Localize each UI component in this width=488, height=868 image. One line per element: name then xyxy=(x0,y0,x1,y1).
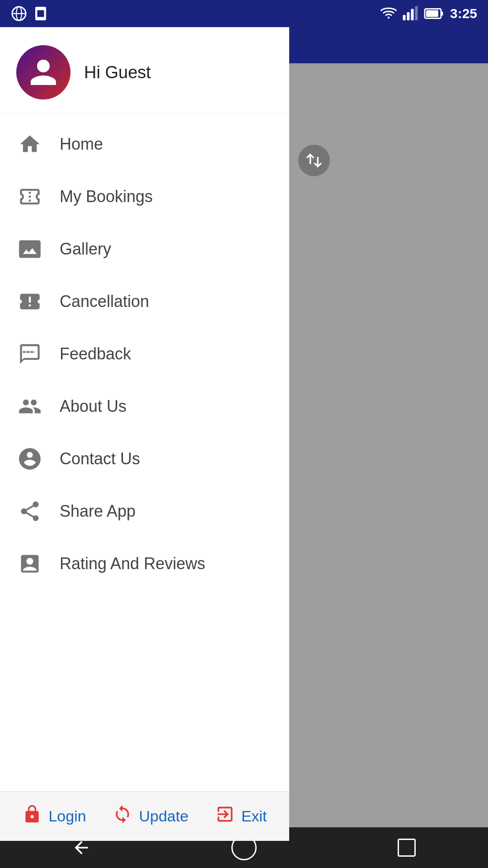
sidebar-item-feedback[interactable]: Feedback xyxy=(0,328,289,380)
signal-icon xyxy=(402,5,418,22)
exit-action[interactable]: Exit xyxy=(215,804,267,829)
about-icon xyxy=(16,393,43,420)
time-display: 3:25 xyxy=(450,6,477,21)
update-label: Update xyxy=(139,807,188,825)
sidebar-label-feedback: Feedback xyxy=(60,344,131,363)
wifi-icon xyxy=(380,5,397,22)
sidebar-item-share-app[interactable]: Share App xyxy=(0,485,289,538)
update-action[interactable]: Update xyxy=(113,804,188,829)
sidebar-item-home[interactable]: Home xyxy=(0,118,289,170)
svg-rect-9 xyxy=(415,6,418,21)
menu-list: Home My Bookings Gallery Cancellation xyxy=(0,113,289,791)
status-left-icons xyxy=(11,5,49,22)
sidebar-item-about-us[interactable]: About Us xyxy=(0,380,289,433)
gallery-icon xyxy=(16,236,43,263)
status-bar: 3:25 xyxy=(0,0,488,27)
sidebar-label-gallery: Gallery xyxy=(60,240,111,259)
home-icon xyxy=(16,131,43,158)
sidebar-label-cancellation: Cancellation xyxy=(60,292,149,311)
login-icon xyxy=(22,804,42,829)
sidebar-item-gallery[interactable]: Gallery xyxy=(0,223,289,275)
rating-icon xyxy=(16,550,43,577)
sidebar-item-my-bookings[interactable]: My Bookings xyxy=(0,170,289,223)
share-icon xyxy=(16,498,43,525)
sidebar-label-my-bookings: My Bookings xyxy=(60,187,153,206)
sidebar-item-contact-us[interactable]: Contact Us xyxy=(0,433,289,485)
sidebar-item-cancellation[interactable]: Cancellation xyxy=(0,275,289,328)
user-greeting: Hi Guest xyxy=(84,63,151,82)
exit-label: Exit xyxy=(241,807,267,825)
globe-icon xyxy=(11,5,27,22)
sidebar-label-share-app: Share App xyxy=(60,502,136,521)
cancellation-icon xyxy=(16,288,43,315)
battery-icon xyxy=(424,5,445,22)
user-header: Hi Guest xyxy=(0,27,289,113)
sidebar-label-contact-us: Contact Us xyxy=(60,449,140,468)
sidebar-item-rating-reviews[interactable]: Rating And Reviews xyxy=(0,538,289,590)
svg-point-5 xyxy=(388,17,390,19)
bookings-icon xyxy=(16,183,43,210)
svg-rect-4 xyxy=(38,10,44,17)
bg-swap-button xyxy=(298,145,330,176)
contact-icon xyxy=(16,445,43,472)
svg-rect-6 xyxy=(403,15,405,20)
update-icon xyxy=(113,804,132,829)
svg-rect-7 xyxy=(407,12,409,20)
sidebar-label-about-us: About Us xyxy=(60,397,127,416)
login-action[interactable]: Login xyxy=(22,804,86,829)
svg-rect-8 xyxy=(411,9,413,21)
login-label: Login xyxy=(48,807,86,825)
svg-rect-12 xyxy=(426,10,438,17)
svg-rect-11 xyxy=(441,12,443,16)
status-right-icons: 3:25 xyxy=(380,5,477,22)
avatar xyxy=(16,45,70,99)
feedback-icon xyxy=(16,340,43,368)
sidebar-label-home: Home xyxy=(60,135,103,154)
sim-icon xyxy=(33,5,49,22)
navigation-drawer: Hi Guest Home My Bookings Gallery xyxy=(0,27,289,841)
exit-icon xyxy=(215,804,235,829)
bottom-action-bar: Login Update Exit xyxy=(0,791,289,841)
recents-button[interactable] xyxy=(393,834,420,861)
sidebar-label-rating-reviews: Rating And Reviews xyxy=(60,554,205,573)
